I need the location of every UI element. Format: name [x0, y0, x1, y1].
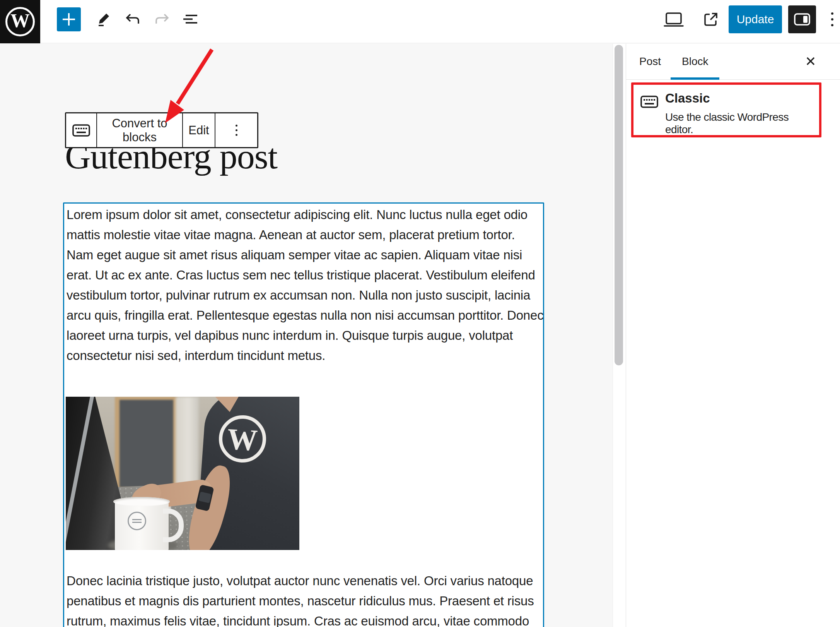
view-post-button[interactable]: [701, 9, 721, 29]
pencil-icon: [96, 12, 111, 27]
preview-button[interactable]: [664, 9, 684, 29]
settings-sidebar-toggle[interactable]: [788, 5, 816, 33]
close-icon: [804, 55, 817, 68]
block-editor-app: Gutenberg post Lorem ipsum dolor sit ame…: [0, 0, 840, 627]
classic-block-paragraph-1[interactable]: Lorem ipsum dolor sit amet, consectetur …: [67, 205, 545, 366]
list-view-icon: [182, 13, 199, 26]
block-options-button[interactable]: [215, 113, 257, 147]
sidebar-panel-icon: [794, 13, 811, 26]
options-kebab-icon: [236, 125, 237, 136]
keyboard-icon: [72, 123, 90, 137]
desktop-icon: [664, 11, 684, 27]
close-sidebar-button[interactable]: [798, 49, 823, 74]
photo-whiteboard: [115, 397, 178, 492]
wordpress-logo[interactable]: W: [0, 0, 40, 43]
document-overview-button[interactable]: [180, 9, 200, 29]
tab-block[interactable]: Block: [682, 44, 708, 79]
block-toolbar: Convert to blocks Edit: [65, 112, 258, 148]
post-image[interactable]: W: [66, 397, 299, 550]
photo-wall-pillar: [176, 397, 199, 486]
update-button[interactable]: Update: [729, 5, 782, 33]
block-inserter-button[interactable]: [57, 7, 81, 31]
more-options-kebab-icon: [831, 12, 833, 26]
active-tab-underline: [671, 77, 719, 80]
more-options-button[interactable]: [822, 9, 840, 29]
classic-block-icon: [640, 95, 659, 109]
editor-top-bar: W: [0, 0, 840, 43]
block-card-description: Use the classic WordPress editor.: [665, 111, 819, 136]
wordpress-logo-letter: W: [0, 9, 40, 32]
tools-button[interactable]: [94, 9, 114, 29]
block-card: Classic Use the classic WordPress editor…: [633, 85, 819, 135]
undo-button[interactable]: [123, 9, 143, 29]
redo-icon: [154, 12, 169, 26]
edit-button[interactable]: Edit: [183, 113, 215, 147]
scrollbar-thumb[interactable]: [615, 45, 623, 365]
classic-block-type-button[interactable]: [66, 113, 97, 147]
block-card-title: Classic: [665, 91, 710, 106]
tab-post[interactable]: Post: [639, 44, 661, 79]
redo-button[interactable]: [152, 9, 172, 29]
undo-icon: [125, 12, 141, 26]
external-link-icon: [703, 11, 719, 27]
convert-to-blocks-button[interactable]: Convert to blocks: [97, 113, 183, 147]
classic-block-paragraph-2[interactable]: Donec lacinia tristique justo, volutpat …: [67, 571, 545, 627]
photo-mug-logo: [128, 512, 146, 530]
